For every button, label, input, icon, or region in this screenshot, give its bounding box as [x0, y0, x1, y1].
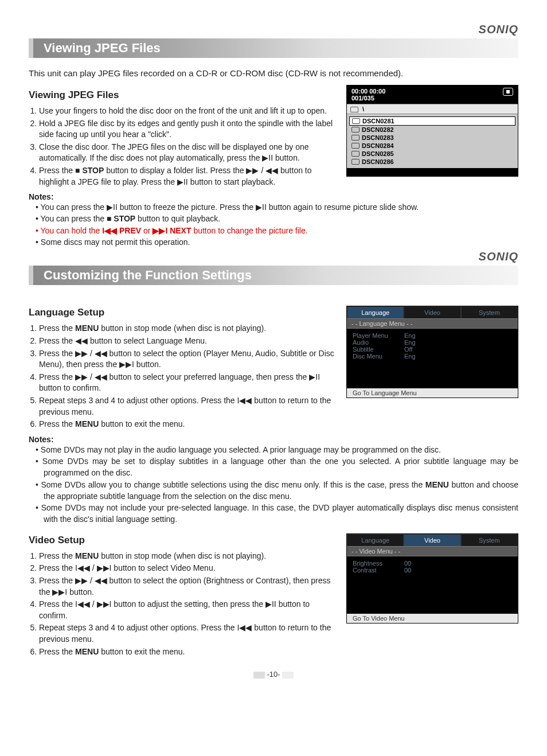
notes-heading: Notes: [29, 192, 518, 201]
section-header-settings: Customizing the Function Settings [29, 266, 518, 285]
video-steps: Press the MENU button in stop mode (when… [29, 551, 336, 657]
note-item: You can press the ▶II button to freeze t… [32, 201, 518, 213]
tab-language: Language [347, 534, 404, 546]
menu-footer: Go To Video Menu [347, 614, 518, 623]
step-2: Press the I◀◀ / ▶▶I button to select Vid… [39, 563, 336, 574]
menu-subtitle: - - Video Menu - - [347, 546, 518, 556]
table-row: SubtitleOff [353, 346, 512, 353]
image-icon [351, 151, 360, 157]
step-3: Press the ▶▶ / ◀◀ button to select the o… [39, 575, 336, 598]
tab-video: Video [404, 534, 460, 546]
table-row: AudioEng [353, 339, 512, 346]
table-row: Brightness00 [353, 560, 512, 567]
list-item: DSCN0283 [349, 134, 515, 142]
language-steps: Press the MENU button in stop mode (when… [29, 323, 336, 430]
image-icon [351, 159, 360, 165]
table-row: Player MenuEng [353, 332, 512, 339]
osd-language-panel: Language Video System - - Language Menu … [346, 306, 518, 398]
image-icon [351, 143, 360, 149]
section-header-jpeg: Viewing JPEG Files [29, 38, 518, 58]
list-item: DSCN0286 [349, 158, 515, 166]
note-item: Some DVDs may be set to display subtitle… [32, 455, 518, 479]
step-2: Hold a JPEG file disc by its edges and g… [39, 118, 336, 141]
list-item: DSCN0285 [349, 150, 515, 158]
image-icon [351, 135, 360, 141]
osd-time: 00:00 00:00 [351, 88, 513, 95]
osd-jpeg-panel: 00:00 00:00 001/035 \ DSCN0281 DSCN0282 … [346, 85, 518, 177]
step-3: Press the ▶▶ / ◀◀ button to select the o… [39, 348, 336, 371]
language-notes: Some DVDs may not play in the audio lang… [29, 444, 518, 525]
note-item: Some discs may not permit this operation… [32, 236, 518, 248]
page-marker-icon [253, 672, 265, 679]
list-item: DSCN0284 [349, 142, 515, 150]
step-1: Use your fingers to hold the disc door o… [39, 106, 336, 117]
subheading-video: Video Setup [29, 535, 336, 546]
menu-footer: Go To Language Menu [347, 388, 518, 398]
step-4: Press the ▶▶ / ◀◀ button to select your … [39, 372, 336, 394]
table-row: Disc MenuEng [353, 353, 512, 360]
page-number: -10- [29, 670, 518, 679]
osd-file-list: DSCN0281 DSCN0282 DSCN0283 DSCN0284 DSCN… [347, 114, 518, 168]
tab-language: Language [347, 306, 404, 318]
osd-bottom-bar [347, 168, 518, 176]
step-4: Press the ■ STOP button to display a fol… [39, 165, 336, 188]
note-item-highlight: You can hold the I◀◀ PREV or ▶▶I NEXT bu… [32, 225, 518, 236]
tab-system: System [461, 534, 518, 546]
osd-top-bar: 00:00 00:00 001/035 [347, 85, 518, 104]
step-1: Press the MENU button in stop mode (when… [39, 551, 336, 562]
list-item: DSCN0281 [349, 116, 515, 126]
stop-icon [503, 88, 513, 96]
notes-heading: Notes: [29, 435, 518, 444]
osd-path-bar: \ [347, 104, 518, 114]
image-icon [351, 127, 360, 133]
step-6: Press the MENU button to exit the menu. [39, 419, 336, 430]
jpeg-notes: You can press the ▶II button to freeze t… [29, 201, 518, 248]
menu-subtitle: - - Language Menu - - [347, 318, 518, 329]
step-1: Press the MENU button in stop mode (when… [39, 323, 336, 334]
step-6: Press the MENU button to exit the menu. [39, 646, 336, 658]
osd-video-panel: Language Video System - - Video Menu - -… [346, 533, 518, 623]
osd-path-text: \ [362, 106, 364, 112]
brand-logo: SONIQ [29, 23, 518, 36]
step-2: Press the ◀◀ button to select Language M… [39, 336, 336, 347]
note-item: Some DVDs allow you to change subtitle s… [32, 479, 518, 502]
step-5: Repeat steps 3 and 4 to adjust other opt… [39, 395, 336, 418]
note-item: Some DVDs may not play in the audio lang… [32, 444, 518, 455]
jpeg-steps: Use your fingers to hold the disc door o… [29, 106, 336, 188]
step-4: Press the I◀◀ / ▶▶I button to adjust the… [39, 599, 336, 621]
note-item: You can press the ■ STOP button to quit … [32, 213, 518, 224]
list-item: DSCN0282 [349, 126, 515, 134]
step-5: Repeat steps 3 and 4 to adjust other opt… [39, 622, 336, 645]
page-marker-icon [282, 672, 294, 679]
step-3: Close the disc door. The JPEG files on t… [39, 142, 336, 164]
image-icon [352, 118, 360, 124]
note-item: Some DVDs may not include your pre-selec… [32, 502, 518, 525]
tab-video: Video [404, 306, 460, 318]
folder-icon [350, 107, 358, 112]
tab-system: System [461, 306, 518, 318]
table-row: Contrast00 [353, 567, 512, 574]
subheading-language: Language Setup [29, 307, 336, 318]
subheading-jpeg: Viewing JPEG Files [29, 89, 336, 101]
osd-counter: 001/035 [351, 95, 513, 102]
brand-logo: SONIQ [29, 250, 518, 263]
intro-text: This unit can play JPEG files recorded o… [29, 68, 518, 78]
